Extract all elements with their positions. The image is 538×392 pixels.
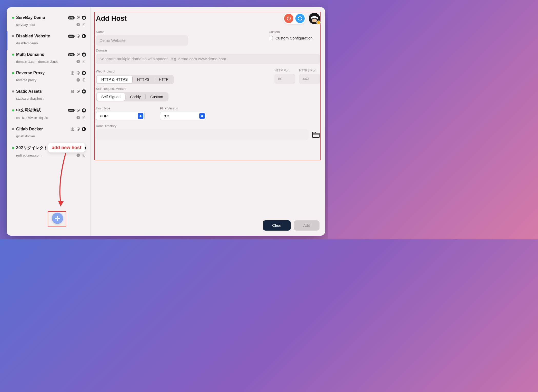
- svg-rect-15: [78, 110, 79, 111]
- label-ssl-method: SSL Request Method: [96, 87, 320, 91]
- status-dot: [12, 90, 14, 92]
- layers-icon: [71, 89, 75, 94]
- clear-button[interactable]: Clear: [263, 220, 291, 231]
- php-version-select[interactable]: 8.3: [160, 112, 206, 120]
- status-dot: [12, 35, 14, 37]
- host-item[interactable]: ServBay Demo php servbay.host: [7, 13, 91, 31]
- php-badge: php: [68, 35, 75, 38]
- host-domain: xn--6qq79v.xn--fiqs8s: [16, 116, 76, 120]
- host-item[interactable]: Multi Domains php domain-1.com domain-2.…: [7, 50, 91, 68]
- compass-icon[interactable]: [76, 134, 80, 138]
- status-dot: [12, 109, 14, 111]
- name-input[interactable]: [96, 35, 188, 46]
- add-host-fab[interactable]: [52, 213, 63, 224]
- host-item[interactable]: Gitlab Docker gitlab.docker: [7, 124, 91, 143]
- compass-icon[interactable]: [76, 116, 80, 120]
- doc-icon[interactable]: [82, 23, 86, 27]
- host-sidebar: ServBay Demo php servbay.host Disabled W…: [7, 7, 91, 236]
- root-dir-input[interactable]: [96, 129, 309, 140]
- doc-icon[interactable]: [82, 96, 86, 100]
- protocol-segmented: HTTP & HTTPSHTTPSHTTP: [96, 75, 174, 84]
- segment-custom[interactable]: Custom: [146, 93, 168, 101]
- chevrons-icon: [138, 113, 143, 119]
- domain-input[interactable]: [96, 54, 320, 64]
- play-button[interactable]: [82, 34, 86, 38]
- pause-button[interactable]: [82, 108, 86, 112]
- compass-icon[interactable]: [76, 96, 80, 100]
- host-type-select[interactable]: PHP: [96, 112, 145, 120]
- host-item[interactable]: Disabled Website php disabled.demo: [7, 31, 91, 50]
- segment-caddy[interactable]: Caddy: [125, 93, 145, 101]
- pause-button[interactable]: [82, 16, 86, 20]
- label-root-dir: Root Directory: [96, 124, 320, 128]
- label-name: Name: [96, 30, 258, 34]
- add-button[interactable]: Add: [294, 220, 320, 231]
- svg-rect-14: [78, 91, 79, 92]
- host-name: 中文网站测试: [16, 108, 66, 113]
- chevrons-icon: [199, 113, 205, 119]
- host-name: 302リダイレクト: [16, 145, 68, 151]
- power-button[interactable]: [284, 14, 293, 23]
- pause-button[interactable]: [82, 146, 86, 150]
- svg-rect-5: [78, 54, 79, 55]
- browse-folder-button[interactable]: [312, 131, 320, 138]
- shield-icon: [76, 127, 80, 131]
- compass-icon[interactable]: [76, 23, 80, 27]
- segment-https[interactable]: HTTPS: [133, 76, 154, 83]
- compass-icon[interactable]: [76, 41, 80, 45]
- host-item[interactable]: Static Assets static.servbay.host: [7, 87, 91, 105]
- swap-icon: [71, 71, 75, 75]
- pause-button[interactable]: [82, 53, 86, 57]
- compass-icon[interactable]: [76, 153, 80, 157]
- label-http-port: HTTP Port: [274, 69, 295, 72]
- svg-point-21: [71, 147, 74, 150]
- doc-icon[interactable]: [82, 134, 86, 138]
- main-panel: Add Host: [91, 7, 325, 236]
- shield-icon: [76, 108, 80, 112]
- top-action-pill: [283, 13, 306, 24]
- host-item[interactable]: Reverse Proxy reverse.proxy: [7, 68, 91, 87]
- compass-icon[interactable]: [76, 59, 80, 64]
- label-php-version: PHP Version: [160, 107, 206, 110]
- host-domain: redirect.new.com: [16, 153, 76, 157]
- host-domain: servbay.host: [16, 23, 76, 27]
- host-domain: gitlab.docker: [16, 134, 76, 138]
- svg-rect-22: [78, 148, 79, 148]
- page-title: Add Host: [96, 15, 283, 23]
- segment-self-signed[interactable]: Self-Signed: [97, 93, 125, 101]
- status-dot: [12, 72, 14, 74]
- ssl-segmented: Self-SignedCaddyCustom: [96, 92, 168, 101]
- host-item[interactable]: 302リダイレクト redirect.new.com: [7, 143, 91, 162]
- doc-icon[interactable]: [82, 116, 86, 120]
- shield-icon: [76, 34, 80, 38]
- host-item[interactable]: 中文网站测试 php xn--6qq79v.xn--fiqs8s: [7, 105, 91, 124]
- host-name: ServBay Demo: [16, 15, 66, 20]
- segment-http[interactable]: HTTP: [154, 76, 173, 83]
- label-domain: Domain: [96, 49, 320, 52]
- shield-icon: [76, 71, 80, 75]
- https-port-input[interactable]: [299, 74, 320, 84]
- svg-rect-0: [78, 17, 79, 18]
- pause-button[interactable]: [82, 71, 86, 75]
- avatar-wrap[interactable]: [309, 13, 320, 24]
- doc-icon[interactable]: [82, 59, 86, 64]
- segment-http-https[interactable]: HTTP & HTTPS: [97, 76, 132, 83]
- doc-icon[interactable]: [82, 153, 86, 157]
- host-name: Gitlab Docker: [16, 127, 68, 131]
- custom-config-checkbox[interactable]: Custom Configuration: [269, 36, 320, 40]
- http-port-input[interactable]: [274, 74, 295, 84]
- refresh-button[interactable]: [295, 14, 305, 23]
- status-dot: [12, 128, 14, 130]
- host-name: Static Assets: [16, 89, 68, 94]
- doc-icon[interactable]: [82, 78, 86, 82]
- app-window: ServBay Demo php servbay.host Disabled W…: [7, 7, 325, 236]
- play-button[interactable]: [82, 127, 86, 131]
- shield-icon: [76, 89, 80, 94]
- compass-icon[interactable]: [76, 78, 80, 82]
- label-web-protocol: Web Protocol: [96, 70, 264, 73]
- play-button[interactable]: [82, 89, 86, 94]
- custom-config-checkbox-input[interactable]: [269, 36, 273, 40]
- status-dot: [12, 17, 14, 19]
- host-domain: domain-1.com domain-2.net: [16, 60, 76, 64]
- doc-icon[interactable]: [82, 41, 86, 45]
